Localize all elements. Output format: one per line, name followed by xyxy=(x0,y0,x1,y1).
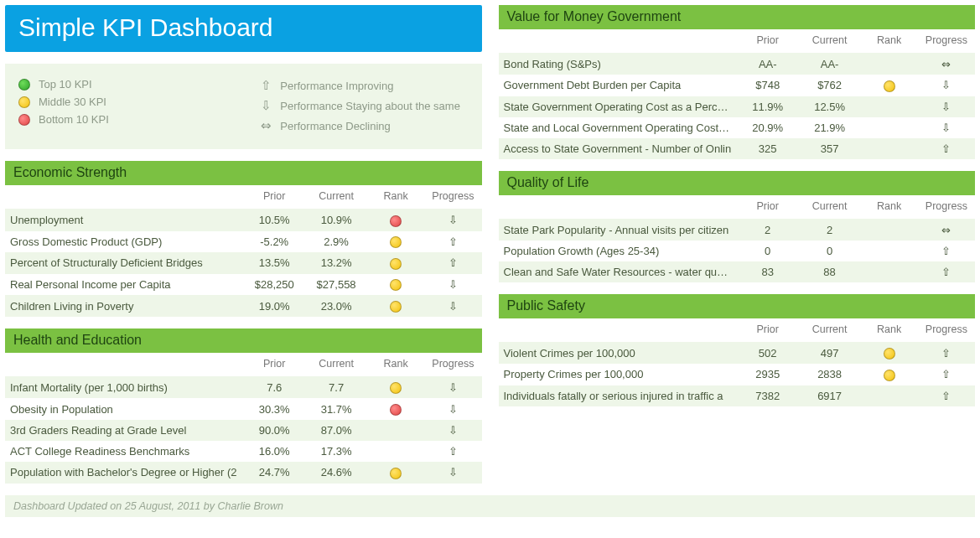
legend-rank-item: Middle 30 KPI xyxy=(18,93,226,111)
current-value: 31.7% xyxy=(305,398,367,420)
rank-cell xyxy=(861,385,918,406)
rank-dot-yellow xyxy=(390,468,402,479)
table-row: Individuals fatally or serious injured i… xyxy=(499,385,976,406)
rank-cell xyxy=(367,295,424,317)
metric-name: Infant Mortality (per 1,000 births) xyxy=(5,376,243,398)
legend-label: Bottom 10 KPI xyxy=(39,113,109,126)
col-progress: Progress xyxy=(918,318,975,343)
legend-label: Performance Staying about the same xyxy=(280,100,460,112)
legend-rank-item: Bottom 10 KPI xyxy=(18,111,226,128)
col-metric xyxy=(499,318,737,343)
current-value: 497 xyxy=(799,342,861,364)
kpi-table: PriorCurrentRankProgressState Park Popul… xyxy=(499,195,976,282)
metric-name: ACT College Readiness Benchmarks xyxy=(5,441,243,462)
rank-cell xyxy=(861,96,918,117)
progress-cell: ⇧ xyxy=(918,342,975,364)
panel-quality-of-life: Quality of LifePriorCurrentRankProgressS… xyxy=(499,171,976,282)
legend-rank-item: Top 10 KPI xyxy=(18,75,226,93)
rank-dot-yellow xyxy=(390,236,402,248)
progress-cell: ⇧ xyxy=(918,385,975,406)
panel-header: Health and Education xyxy=(5,328,482,353)
legend-label: Top 10 KPI xyxy=(39,78,92,91)
table-row: Gross Domestic Product (GDP)-5.2%2.9%⇧ xyxy=(5,231,482,253)
prior-value: 7382 xyxy=(737,385,799,406)
table-row: Population with Bachelor's Degree or Hig… xyxy=(5,462,482,484)
progress-cell: ⇩ xyxy=(424,462,481,484)
current-value: 357 xyxy=(799,138,861,159)
table-row: State and Local Government Operating Cos… xyxy=(499,117,976,138)
metric-name: Children Living in Poverty xyxy=(5,295,243,317)
metric-name: State Park Popularity - Annual visits pe… xyxy=(499,219,737,241)
col-rank: Rank xyxy=(367,185,424,210)
current-value: 2 xyxy=(799,219,861,241)
col-rank: Rank xyxy=(861,195,918,220)
left-column: Simple KPI Dashboard Top 10 KPIMiddle 30… xyxy=(5,5,482,484)
table-row: Population Growth (Ages 25-34)00⇧ xyxy=(499,241,976,261)
table-row: Children Living in Poverty19.0%23.0%⇩ xyxy=(5,295,482,317)
col-rank: Rank xyxy=(367,353,424,377)
metric-name: 3rd Graders Reading at Grade Level xyxy=(5,420,243,441)
progress-cell: ⇩ xyxy=(918,75,975,96)
progress-cell: ⇧ xyxy=(918,364,975,385)
col-metric xyxy=(499,29,737,54)
current-value: AA- xyxy=(799,54,861,75)
prior-value: 90.0% xyxy=(243,420,305,441)
table-row: Infant Mortality (per 1,000 births)7.67.… xyxy=(5,376,482,398)
current-value: 87.0% xyxy=(305,420,367,441)
prior-value: AA- xyxy=(737,54,799,75)
current-value: 6917 xyxy=(799,385,861,406)
prior-value: $748 xyxy=(737,75,799,96)
panel-public-safety: Public SafetyPriorCurrentRankProgressVio… xyxy=(499,294,976,406)
col-prior: Prior xyxy=(737,29,799,54)
table-row: Violent Crimes per 100,000502497⇧ xyxy=(499,342,976,364)
prior-value: 325 xyxy=(737,138,799,159)
progress-cell: ⇩ xyxy=(424,398,481,420)
rank-cell xyxy=(367,210,424,231)
metric-name: State Government Operating Cost as a Per… xyxy=(499,96,737,117)
rank-cell xyxy=(367,252,424,274)
progress-glyph: ⇧ xyxy=(260,78,272,93)
panel-health-education: Health and EducationPriorCurrentRankProg… xyxy=(5,328,482,484)
current-value: 88 xyxy=(799,261,861,282)
col-current: Current xyxy=(305,185,367,210)
rank-cell xyxy=(861,219,918,241)
prior-value: 19.0% xyxy=(243,295,305,317)
metric-name: Population Growth (Ages 25-34) xyxy=(499,241,737,261)
rank-dot-red xyxy=(390,404,402,416)
progress-cell: ⇩ xyxy=(424,420,481,441)
metric-name: Percent of Structurally Deficient Bridge… xyxy=(5,252,243,274)
kpi-table: PriorCurrentRankProgressBond Rating (S&P… xyxy=(499,29,976,159)
progress-cell: ⇧ xyxy=(918,138,975,159)
kpi-table: PriorCurrentRankProgressInfant Mortality… xyxy=(5,353,482,484)
rank-cell xyxy=(861,54,918,75)
table-row: Clean and Safe Water Resources - water q… xyxy=(499,261,976,282)
prior-value: 7.6 xyxy=(243,376,305,398)
panel-economic-strength: Economic StrengthPriorCurrentRankProgres… xyxy=(5,161,482,317)
rank-dot-yellow xyxy=(884,80,895,92)
progress-glyph: ⇩ xyxy=(260,98,272,113)
rank-cell xyxy=(861,261,918,282)
rank-dot-red xyxy=(18,114,30,126)
current-value: 2838 xyxy=(799,364,861,385)
metric-name: State and Local Government Operating Cos… xyxy=(499,117,737,138)
progress-cell: ⇔ xyxy=(918,219,975,241)
right-column: Value for Money GovernmentPriorCurrentRa… xyxy=(499,5,976,484)
progress-cell: ⇩ xyxy=(918,117,975,138)
legend-progress-item: ⇔Performance Declining xyxy=(260,116,468,136)
current-value: 13.2% xyxy=(305,252,367,274)
metric-name: Obesity in Population xyxy=(5,398,243,420)
table-row: State Park Popularity - Annual visits pe… xyxy=(499,219,976,241)
rank-cell xyxy=(367,398,424,420)
prior-value: 30.3% xyxy=(243,398,305,420)
rank-dot-green xyxy=(18,79,30,91)
metric-name: Gross Domestic Product (GDP) xyxy=(5,231,243,253)
table-row: Government Debt Burden per Capita$748$76… xyxy=(499,75,976,96)
current-value: $762 xyxy=(799,75,861,96)
panel-value-for-money: Value for Money GovernmentPriorCurrentRa… xyxy=(499,5,976,159)
col-metric xyxy=(5,185,243,210)
prior-value: 2 xyxy=(737,219,799,241)
rank-cell xyxy=(861,138,918,159)
prior-value: -5.2% xyxy=(243,231,305,253)
table-row: Real Personal Income per Capita$28,250$2… xyxy=(5,274,482,296)
table-row: Obesity in Population30.3%31.7%⇩ xyxy=(5,398,482,420)
